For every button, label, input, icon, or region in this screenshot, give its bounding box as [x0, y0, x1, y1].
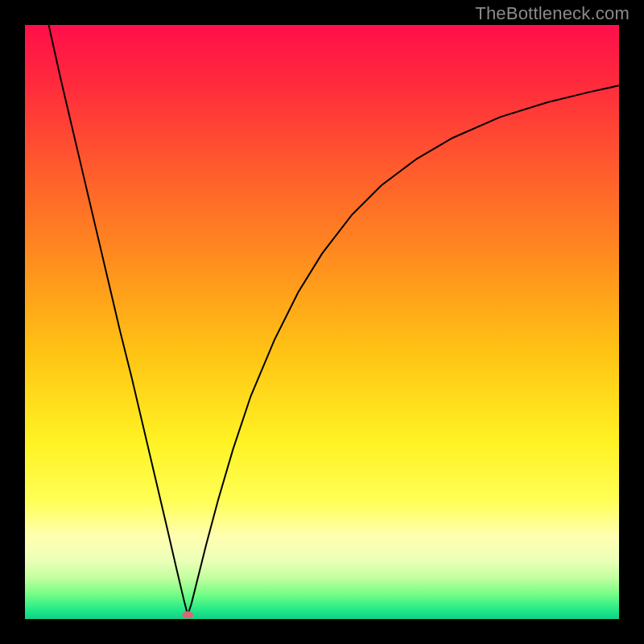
minimum-marker — [182, 611, 193, 618]
chart-frame: TheBottleneck.com — [0, 0, 644, 644]
chart-plot-area — [25, 25, 619, 619]
bottleneck-chart — [25, 25, 619, 619]
watermark-text: TheBottleneck.com — [475, 3, 630, 24]
